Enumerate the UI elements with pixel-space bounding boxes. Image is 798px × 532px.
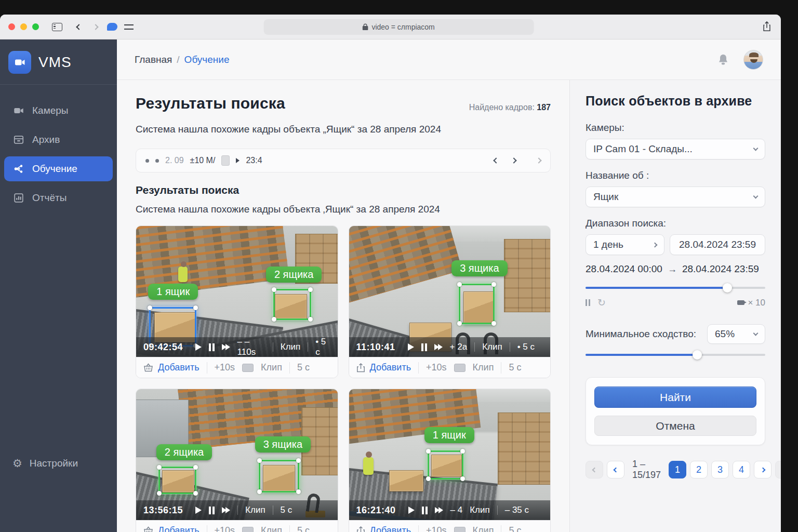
cancel-button[interactable]: Отмена	[594, 416, 756, 436]
plus10s-button[interactable]: +10s	[215, 362, 235, 373]
sidebar-item-settings[interactable]: ⚙ Настройки	[12, 457, 104, 470]
user-avatar[interactable]	[743, 50, 763, 70]
chat-bubble-icon[interactable]	[107, 22, 118, 32]
fast-forward-icon[interactable]	[434, 344, 443, 350]
time-slider-knob[interactable]	[723, 283, 732, 292]
add-button[interactable]: Добавить	[143, 525, 200, 532]
range-label: Диапазон поиска:	[586, 218, 765, 229]
zoom-window-button[interactable]	[32, 23, 39, 30]
video-thumbnail[interactable]: 2 ящика 3 ящика 13:56:15 Клип	[136, 389, 338, 520]
overlay-clip-label[interactable]: Клип	[482, 342, 502, 352]
range-preset-select[interactable]: 1 день	[586, 234, 664, 255]
similarity-slider-knob[interactable]	[693, 350, 702, 360]
object-label: Название об :	[586, 170, 765, 181]
breadcrumb-home[interactable]: Главная	[135, 54, 172, 65]
range-end-input[interactable]: 28.04.2024 23:59	[670, 234, 765, 255]
sidebar-item-archive[interactable]: Архив	[4, 127, 113, 152]
page-prev-button[interactable]	[607, 461, 624, 478]
play-icon[interactable]	[408, 343, 414, 351]
pause-icon[interactable]	[209, 507, 215, 514]
timeline-toolbar: 2. 09 ±10 М/ 23:4	[136, 149, 551, 172]
toolbar-text: 2. 09	[165, 156, 184, 165]
result-card: 1 ящик 16:21:40 – 4 Клип – 35 c	[349, 389, 551, 532]
page-1-button[interactable]: 1	[669, 461, 686, 478]
plus10s-button[interactable]: +10s	[426, 362, 447, 373]
clip-button[interactable]: Клип	[261, 362, 282, 373]
add-label: Добавить	[370, 362, 411, 373]
overlay-clip-label[interactable]: Клип	[281, 342, 301, 352]
prev-icon[interactable]	[493, 157, 499, 163]
cameras-select[interactable]: IP Cam 01 - Склады...	[586, 139, 765, 159]
duration-button[interactable]: 5 с	[509, 362, 521, 373]
add-button[interactable]: Добавить	[356, 362, 411, 373]
detection-tag: 3 ящика	[451, 260, 507, 276]
duration-button[interactable]: 5 с	[297, 362, 310, 373]
play-icon[interactable]	[408, 507, 415, 514]
pause-icon[interactable]	[421, 343, 427, 351]
timestamp: 16:21:40	[356, 505, 396, 516]
back-icon[interactable]	[73, 22, 85, 32]
pause-icon[interactable]	[209, 343, 215, 351]
sidebar-toggle-icon[interactable]	[51, 22, 63, 32]
found-frames: Найдено кадров: 187	[469, 103, 551, 112]
overlay-clip-label[interactable]: Клип	[245, 505, 265, 515]
sidebar-item-training[interactable]: Обучение	[4, 156, 113, 181]
overlay-duration[interactable]: – 35 c	[505, 505, 529, 515]
card-footer: Добавить +10s Клип 5 с	[349, 357, 551, 378]
video-thumbnail[interactable]: 1 ящик 2 ящика 09:42:54 – – 110s	[136, 226, 338, 357]
overlay-clip-label[interactable]: Клип	[470, 505, 490, 515]
fast-forward-icon[interactable]	[222, 507, 230, 513]
page-2-button[interactable]: 2	[690, 461, 708, 478]
play-icon[interactable]	[195, 507, 202, 514]
sidebar-item-reports[interactable]: Отчёты	[4, 185, 113, 210]
page-forward-button[interactable]	[754, 461, 772, 478]
next-alt-icon[interactable]	[536, 157, 541, 163]
add-button[interactable]: Добавить	[143, 362, 200, 373]
page-last-button[interactable]	[775, 461, 781, 478]
page-3-button[interactable]: 3	[711, 461, 729, 478]
clip-button[interactable]: Клип	[473, 362, 494, 373]
address-bar[interactable]: video = cлmpiacom	[263, 19, 534, 35]
overlay-duration[interactable]: 5 с	[281, 505, 292, 515]
actions-card: Найти Отмена	[586, 377, 765, 445]
plus10s-button[interactable]: +10s	[215, 525, 235, 532]
play-icon[interactable]	[195, 343, 202, 351]
breadcrumb-current[interactable]: Обучение	[184, 54, 230, 65]
object-select[interactable]: Ящик	[586, 187, 765, 207]
pause-icon[interactable]	[586, 299, 590, 306]
fast-forward-icon[interactable]	[222, 344, 230, 350]
overlay-extra: + 2a	[450, 342, 468, 352]
find-button[interactable]: Найти	[594, 387, 756, 408]
page-next-button[interactable]: 4	[733, 461, 750, 478]
minimize-window-button[interactable]	[20, 23, 27, 30]
tune-icon[interactable]	[123, 22, 135, 32]
forward-icon[interactable]	[90, 22, 101, 32]
video-thumbnail[interactable]: 1 ящик 16:21:40 – 4 Клип – 35 c	[349, 389, 551, 520]
overlay-duration[interactable]: • 5 c	[517, 342, 535, 352]
similarity-slider[interactable]	[586, 350, 765, 360]
add-button[interactable]: Добавить	[356, 525, 411, 532]
pause-icon[interactable]	[422, 507, 428, 514]
close-window-button[interactable]	[8, 23, 15, 30]
time-slider[interactable]	[586, 283, 765, 292]
sidebar-item-cameras[interactable]: Камеры	[4, 98, 113, 123]
overlay-duration[interactable]: • 5 c	[315, 337, 330, 357]
clip-frame-icon	[242, 364, 254, 372]
loop-icon[interactable]: ↻	[597, 297, 606, 309]
clip-button[interactable]: Клип	[261, 525, 282, 532]
share-icon[interactable]	[762, 21, 772, 32]
sidebar-nav: Камеры Архив Обучение	[0, 85, 117, 224]
video-thumbnail[interactable]: 3 ящика 11:10:41 + 2a Клип	[349, 226, 551, 357]
plus10s-button[interactable]: +10s	[426, 525, 447, 532]
duration-button[interactable]: 5 с	[509, 525, 521, 532]
similarity-select[interactable]: 65%	[707, 324, 765, 344]
timestamp: 13:56:15	[143, 505, 183, 516]
next-icon[interactable]	[511, 157, 516, 163]
page-first-button[interactable]	[586, 461, 603, 478]
notifications-bell-icon[interactable]	[717, 54, 729, 66]
section-subtitle: Система нашла похожие кадры объекта ‚Ящи…	[136, 204, 551, 215]
clip-button[interactable]: Клип	[473, 525, 494, 532]
overlay-extra: – – 110s	[237, 337, 265, 357]
duration-button[interactable]: 5 с	[297, 525, 310, 532]
fast-forward-icon[interactable]	[435, 507, 443, 513]
